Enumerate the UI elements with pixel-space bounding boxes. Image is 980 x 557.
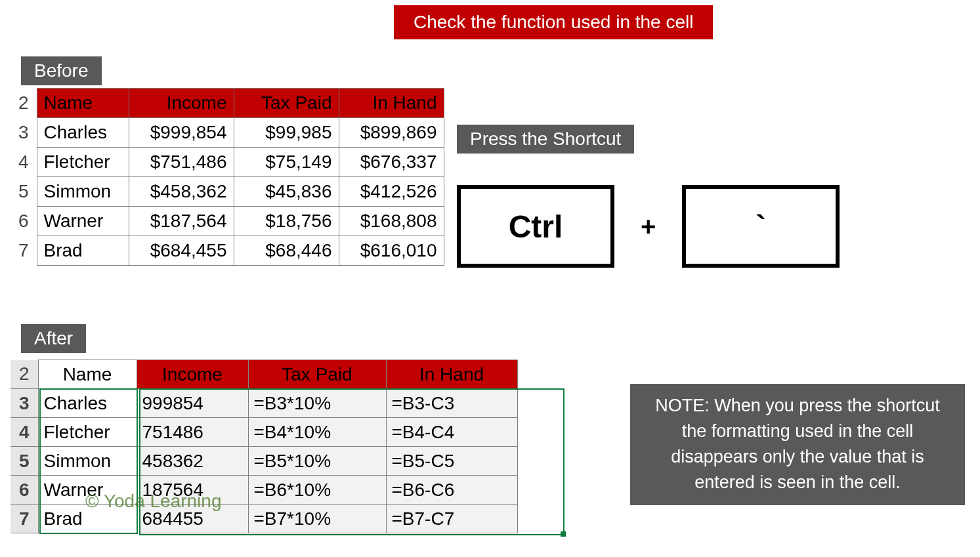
row-number: 2 — [11, 360, 38, 389]
col-income: Income — [129, 89, 234, 118]
row-number: 4 — [11, 148, 37, 177]
table-row: 4 Fletcher 751486 =B4*10% =B4-C4 — [11, 418, 517, 447]
after-label: After — [21, 324, 86, 353]
cell-inhand: $168,808 — [339, 207, 444, 236]
table-row: 7 Brad $684,455 $68,446 $616,010 — [11, 236, 444, 266]
cell-tax: =B3*10% — [248, 389, 386, 418]
cell-inhand: $899,869 — [339, 118, 444, 148]
table-row: 4 Fletcher $751,486 $75,149 $676,337 — [11, 148, 444, 177]
cell-income: $187,564 — [129, 207, 234, 236]
row-number: 3 — [11, 118, 37, 148]
cell-inhand: =B4-C4 — [386, 418, 517, 447]
row-number: 5 — [11, 177, 37, 207]
keycap-backtick: ` — [682, 185, 840, 268]
row-number: 6 — [11, 476, 38, 505]
cell-income: 751486 — [137, 418, 248, 447]
cell-name: Warner — [37, 207, 129, 236]
row-number: 7 — [11, 236, 37, 266]
col-inhand: In Hand — [386, 360, 517, 389]
cell-name: Charles — [37, 118, 129, 148]
row-number: 4 — [11, 418, 38, 447]
cell-tax: $68,446 — [234, 236, 339, 266]
row-number: 7 — [11, 505, 38, 533]
row-number: 3 — [11, 389, 38, 418]
cell-inhand: =B3-C3 — [386, 389, 517, 418]
cell-inhand: =B7-C7 — [386, 505, 517, 533]
cell-inhand: =B6-C6 — [386, 476, 517, 505]
cell-income: $751,486 — [129, 148, 234, 177]
table-row: 3 Charles 999854 =B3*10% =B3-C3 — [11, 389, 517, 418]
note-box: NOTE: When you press the shortcut the fo… — [630, 384, 965, 505]
row-number: 2 — [11, 89, 37, 118]
cell-tax: =B7*10% — [248, 505, 386, 533]
plus-icon: + — [641, 212, 656, 241]
col-inhand: In Hand — [339, 89, 444, 118]
table-row: 6 Warner $187,564 $18,756 $168,808 — [11, 207, 444, 236]
cell-name: Simmon — [38, 447, 137, 476]
table-row: 5 Simmon 458362 =B5*10% =B5-C5 — [11, 447, 517, 476]
cell-inhand: =B5-C5 — [386, 447, 517, 476]
cell-tax: =B4*10% — [248, 418, 386, 447]
cell-income: 458362 — [137, 447, 248, 476]
keycap-area: Ctrl + ` — [457, 185, 840, 268]
cell-name: Fletcher — [38, 418, 137, 447]
cell-tax: =B5*10% — [248, 447, 386, 476]
cell-income: $458,362 — [129, 177, 234, 207]
col-tax: Tax Paid — [248, 360, 386, 389]
watermark: © Yoda Learning — [85, 491, 221, 512]
cell-tax: $99,985 — [234, 118, 339, 148]
cell-tax: $45,836 — [234, 177, 339, 207]
table-row: 3 Charles $999,854 $99,985 $899,869 — [11, 118, 444, 148]
before-label: Before — [21, 56, 102, 85]
cell-inhand: $676,337 — [339, 148, 444, 177]
shortcut-label: Press the Shortcut — [457, 125, 634, 154]
cell-inhand: $616,010 — [339, 236, 444, 266]
cell-tax: $75,149 — [234, 148, 339, 177]
cell-tax: $18,756 — [234, 207, 339, 236]
row-number: 6 — [11, 207, 37, 236]
cell-tax: =B6*10% — [248, 476, 386, 505]
keycap-ctrl: Ctrl — [457, 185, 614, 268]
cell-income: $684,455 — [129, 236, 234, 266]
cell-income: $999,854 — [129, 118, 234, 148]
cell-name: Brad — [37, 236, 129, 266]
title-banner: Check the function used in the cell — [394, 5, 713, 39]
cell-name: Charles — [38, 389, 137, 418]
cell-name: Fletcher — [37, 148, 129, 177]
selection-handle-icon — [561, 531, 566, 537]
cell-name: Simmon — [37, 177, 129, 207]
table-row: 5 Simmon $458,362 $45,836 $412,526 — [11, 177, 444, 207]
col-name: Name — [38, 360, 137, 389]
before-table: 2 Name Income Tax Paid In Hand 3 Charles… — [11, 88, 444, 266]
table-header-row: 2 Name Income Tax Paid In Hand — [11, 89, 444, 118]
cell-inhand: $412,526 — [339, 177, 444, 207]
col-name: Name — [37, 89, 129, 118]
cell-income: 999854 — [137, 389, 248, 418]
col-tax: Tax Paid — [234, 89, 339, 118]
row-number: 5 — [11, 447, 38, 476]
table-header-row: 2 Name Income Tax Paid In Hand — [11, 360, 517, 389]
col-income: Income — [137, 360, 248, 389]
